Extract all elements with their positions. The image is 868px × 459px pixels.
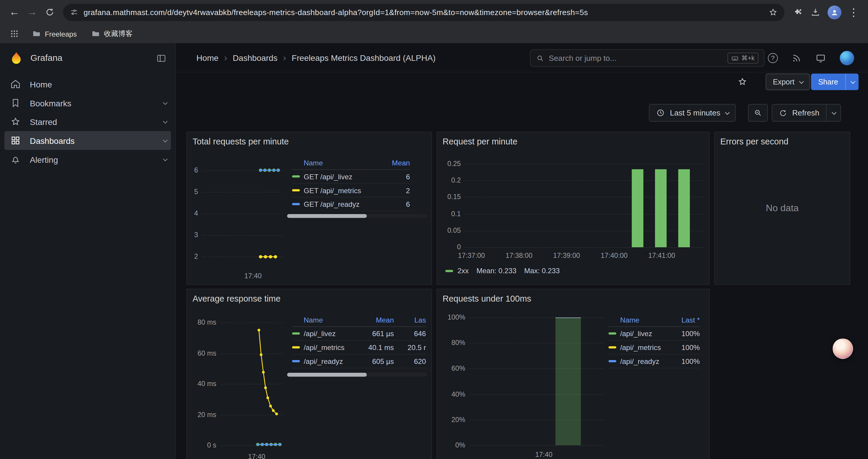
apps-grid-icon[interactable] bbox=[8, 27, 21, 40]
collapse-sidebar-icon[interactable] bbox=[156, 53, 167, 64]
legend-row[interactable]: /api/_readyz 605 µs 620 bbox=[292, 355, 426, 368]
legend-row[interactable]: /api/_readyz 100% bbox=[609, 355, 700, 368]
keyboard-icon bbox=[732, 54, 739, 61]
panel-title[interactable]: Total requests per minute bbox=[193, 137, 289, 147]
legend-row[interactable]: GET /api/_livez 6 bbox=[292, 170, 410, 184]
export-button[interactable]: Export bbox=[766, 73, 810, 90]
legend-header-name[interactable]: Name bbox=[304, 316, 361, 324]
back-button[interactable]: ← bbox=[6, 3, 23, 21]
legend-header-mean[interactable]: Mean bbox=[382, 159, 410, 167]
downloads-icon[interactable] bbox=[807, 3, 824, 21]
sidebar-item-dashboards[interactable]: Dashboards bbox=[4, 131, 171, 150]
url-text[interactable]: grafana.mathmast.com/d/deytv4rwavabkb/fr… bbox=[84, 8, 769, 17]
favorite-dashboard-button[interactable] bbox=[734, 74, 751, 90]
url-bar[interactable]: grafana.mathmast.com/d/deytv4rwavabkb/fr… bbox=[63, 4, 784, 21]
chart-plot-area[interactable] bbox=[221, 319, 283, 449]
y-axis-tick: 40 ms bbox=[189, 380, 217, 388]
legend-header-last[interactable]: Last * bbox=[666, 316, 700, 324]
brand-title[interactable]: Grafana bbox=[30, 53, 156, 63]
chart-plot-area[interactable] bbox=[470, 318, 603, 446]
series-swatch bbox=[609, 332, 616, 334]
bookmark-star-icon[interactable] bbox=[769, 7, 778, 17]
sidebar: Grafana Home Bookmarks Starred Dashboard… bbox=[0, 43, 176, 459]
download-icon bbox=[810, 7, 820, 17]
time-range-picker[interactable]: Last 5 minutes bbox=[649, 104, 736, 122]
series-swatch bbox=[609, 360, 616, 362]
sidebar-item-label: Home bbox=[30, 79, 52, 89]
legend-row[interactable]: /api/_livez 661 µs 646 bbox=[292, 327, 426, 341]
chevron-down-icon[interactable] bbox=[163, 157, 167, 161]
news-rss-icon[interactable] bbox=[792, 53, 802, 63]
legend-header-last[interactable]: Las bbox=[399, 316, 426, 324]
chevron-down-icon bbox=[725, 110, 730, 115]
reload-icon bbox=[45, 7, 55, 17]
bar[interactable] bbox=[555, 318, 581, 446]
floating-assistant-avatar[interactable] bbox=[833, 338, 853, 359]
x-axis-tick: 17:40 bbox=[519, 451, 569, 458]
extensions-icon[interactable] bbox=[789, 3, 807, 21]
scrollbar-thumb[interactable] bbox=[287, 214, 367, 218]
legend-scrollbar[interactable] bbox=[287, 373, 427, 376]
series-mean: Mean: 0.233 bbox=[476, 267, 517, 275]
chevron-down-icon[interactable] bbox=[163, 119, 167, 124]
legend-header-mean[interactable]: Mean bbox=[361, 316, 394, 324]
sidebar-header: Grafana bbox=[0, 43, 176, 73]
reload-button[interactable] bbox=[41, 3, 59, 21]
chevron-down-icon[interactable] bbox=[163, 138, 167, 142]
legend-inline[interactable]: 2xx Mean: 0.233 Max: 0.233 bbox=[445, 267, 560, 275]
panel-title[interactable]: Requests under 100ms bbox=[442, 294, 531, 304]
legend-row[interactable]: GET /api/_metrics 2 bbox=[292, 184, 410, 198]
chart-plot-area[interactable] bbox=[465, 164, 703, 247]
sidebar-item-bookmarks[interactable]: Bookmarks bbox=[0, 93, 176, 112]
monitor-kiosk-icon[interactable] bbox=[815, 53, 826, 64]
legend-scrollbar[interactable] bbox=[287, 214, 427, 218]
refresh-button[interactable]: Refresh bbox=[772, 104, 826, 121]
breadcrumb-dashboards[interactable]: Dashboards bbox=[233, 53, 277, 63]
bookmark-folder-blogs[interactable]: 收藏博客 bbox=[88, 27, 136, 40]
sidebar-item-home[interactable]: Home bbox=[0, 75, 176, 94]
zoom-out-button[interactable] bbox=[748, 104, 768, 122]
y-axis-tick: 0.25 bbox=[433, 160, 461, 167]
browser-menu-icon[interactable]: ⋮ bbox=[845, 3, 862, 21]
chevron-down-icon[interactable] bbox=[163, 100, 167, 105]
site-settings-icon[interactable] bbox=[70, 8, 79, 17]
forward-button[interactable]: → bbox=[23, 3, 41, 21]
panel-total-requests-per-minute: Total requests per minute Name Mean GET … bbox=[186, 132, 432, 285]
grafana-profile-avatar[interactable] bbox=[840, 51, 854, 65]
breadcrumb-separator: › bbox=[224, 53, 227, 63]
grafana-logo-icon[interactable] bbox=[9, 51, 24, 66]
search-input[interactable] bbox=[549, 54, 728, 63]
y-axis-tick: 0.2 bbox=[433, 177, 461, 184]
panel-title[interactable]: Request per minute bbox=[442, 137, 517, 147]
bar[interactable] bbox=[632, 169, 643, 247]
share-button[interactable]: Share bbox=[811, 73, 845, 90]
bookmark-folder-freeleaps[interactable]: Freeleaps bbox=[29, 28, 80, 40]
x-axis-tick: 17:38:00 bbox=[494, 252, 544, 259]
bar[interactable] bbox=[678, 169, 689, 247]
refresh-interval-dropdown[interactable] bbox=[826, 104, 840, 121]
breadcrumb-home[interactable]: Home bbox=[196, 53, 219, 63]
legend-row[interactable]: /api/_metrics 40.1 ms 20.5 r bbox=[292, 340, 426, 355]
legend-row[interactable]: /api/_metrics 100% bbox=[609, 340, 700, 355]
panel-title[interactable]: Average response time bbox=[193, 294, 281, 304]
scrollbar-thumb[interactable] bbox=[287, 373, 367, 376]
person-icon bbox=[831, 8, 839, 16]
share-dropdown-button[interactable] bbox=[845, 73, 859, 90]
sidebar-item-alerting[interactable]: Alerting bbox=[0, 150, 176, 169]
help-icon[interactable]: ? bbox=[768, 53, 778, 63]
series-label: /api/_metrics bbox=[620, 343, 666, 352]
bookmark-folder-label: Freeleaps bbox=[45, 30, 77, 38]
x-axis-tick: 17:40 bbox=[228, 272, 278, 280]
chart-plot-area[interactable] bbox=[203, 164, 283, 263]
legend-header-name[interactable]: Name bbox=[304, 159, 382, 167]
search-bar[interactable]: ⌘+k bbox=[530, 49, 765, 67]
legend-row[interactable]: /api/_livez 100% bbox=[609, 327, 700, 341]
legend-row[interactable]: GET /api/_readyz 6 bbox=[292, 197, 410, 211]
sidebar-item-label: Alerting bbox=[30, 155, 58, 164]
legend-header-name[interactable]: Name bbox=[620, 316, 666, 324]
sidebar-item-starred[interactable]: Starred bbox=[0, 112, 176, 131]
browser-profile-avatar[interactable] bbox=[828, 5, 841, 19]
legend-table: Name Last * /api/_livez 100% /api/_metri… bbox=[603, 314, 706, 368]
bar[interactable] bbox=[655, 169, 666, 247]
search-icon bbox=[536, 54, 544, 62]
